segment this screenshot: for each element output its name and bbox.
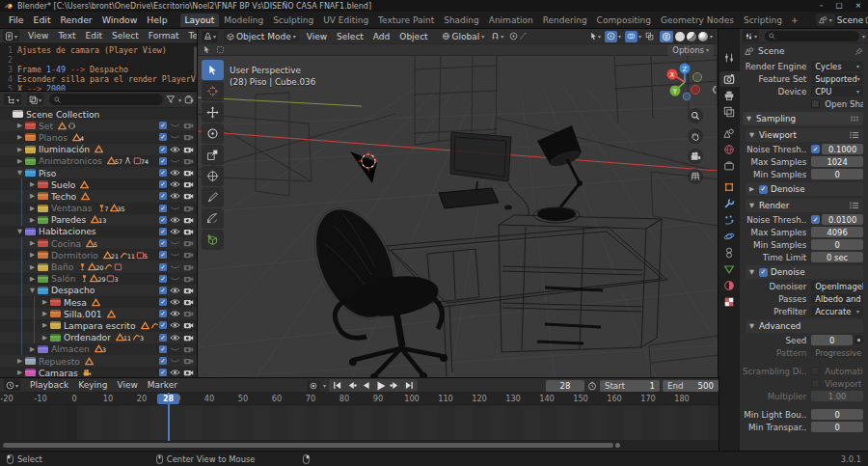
- disclosure-closed-icon[interactable]: ▶: [28, 275, 37, 283]
- camera-view-button[interactable]: [688, 149, 703, 164]
- dropdown[interactable]: Progressive Multi-...▾: [811, 347, 863, 358]
- dropdown[interactable]: Accurate▾: [811, 306, 863, 316]
- outliner-row-planos[interactable]: ▶Planos4✓: [0, 131, 198, 143]
- rotate-tool-button[interactable]: [202, 123, 224, 144]
- disclosure-closed-icon[interactable]: ▶: [28, 239, 37, 247]
- outliner-row-suelo[interactable]: ▶Suelo✓: [0, 178, 198, 190]
- start-frame-field[interactable]: Start1: [600, 380, 660, 392]
- menu-edit[interactable]: Edit: [29, 14, 56, 26]
- workspace-tab-rendering[interactable]: Rendering: [538, 14, 592, 27]
- properties-tab-output[interactable]: [719, 88, 740, 103]
- mode-dropdown[interactable]: Object Mode ▾: [224, 30, 299, 42]
- cursor-tool-button[interactable]: [202, 81, 224, 101]
- outliner-row-repuesto[interactable]: ▶Repuesto✓: [0, 355, 198, 367]
- selectability-filter[interactable]: ▾: [589, 32, 601, 41]
- end-frame-field[interactable]: End500: [663, 380, 719, 392]
- outliner-row-animatronicos[interactable]: ▶Animatronicos5774✓: [0, 155, 198, 167]
- shading-solid-button[interactable]: [675, 32, 685, 41]
- pan-button[interactable]: [688, 128, 703, 144]
- jump-to-end-button[interactable]: [403, 380, 416, 391]
- disclosure-closed-icon[interactable]: ▶: [28, 345, 37, 353]
- disclosure-closed-icon[interactable]: ▶: [15, 357, 24, 365]
- workspace-tab-geometry-nodes[interactable]: Geometry Nodes: [656, 14, 739, 27]
- hide-eye-toggle[interactable]: [170, 239, 180, 247]
- outliner-row-sal-n[interactable]: ▶Salón293✓: [0, 273, 198, 285]
- shading-material-button[interactable]: [687, 32, 696, 41]
- code-area[interactable]: 1Ajustes de camara (Player View)23Frame …: [0, 43, 198, 92]
- exclude-checkbox[interactable]: ✓: [159, 369, 167, 376]
- annotate-tool-button[interactable]: [202, 187, 224, 207]
- exclude-checkbox[interactable]: ✓: [159, 146, 167, 153]
- tool-settings-icon[interactable]: [203, 45, 211, 54]
- outliner-row-dormitorio[interactable]: ▶Dormitorio21115✓: [0, 249, 198, 260]
- exclude-checkbox[interactable]: ✓: [159, 334, 167, 342]
- hide-eye-toggle[interactable]: [170, 192, 180, 200]
- checkbox[interactable]: [811, 367, 820, 375]
- editor-type-properties-button[interactable]: ▾: [743, 30, 759, 41]
- properties-tab-collection[interactable]: [719, 158, 740, 174]
- text-menu-select[interactable]: Select: [107, 30, 144, 41]
- value-field[interactable]: 0.0100: [822, 214, 863, 225]
- exclude-checkbox[interactable]: ✓: [159, 310, 167, 317]
- new-collection-icon[interactable]: [184, 95, 194, 104]
- render-camera-toggle[interactable]: [183, 357, 194, 365]
- text-menu-templates[interactable]: Templates: [184, 30, 199, 41]
- properties-tab-particles[interactable]: [719, 212, 740, 228]
- hide-eye-toggle[interactable]: [170, 287, 180, 294]
- close-button[interactable]: ×: [855, 0, 861, 12]
- filter-icon[interactable]: [166, 95, 176, 104]
- properties-tab-viewlayer[interactable]: [719, 104, 740, 120]
- hide-eye-toggle[interactable]: [170, 133, 180, 141]
- render-camera-toggle[interactable]: [183, 157, 194, 165]
- outliner-row-camaras[interactable]: ▶Camaras✓: [0, 367, 198, 378]
- value-field[interactable]: 0 sec: [811, 252, 863, 262]
- exclude-checkbox[interactable]: ✓: [159, 192, 167, 200]
- render-camera-toggle[interactable]: [183, 169, 194, 177]
- hide-eye-toggle[interactable]: [170, 157, 180, 165]
- render-camera-toggle[interactable]: [183, 228, 194, 235]
- hide-eye-toggle[interactable]: [170, 298, 180, 306]
- outliner-row-despacho[interactable]: ▼Despacho✓: [0, 285, 198, 296]
- snap-toggle[interactable]: ▾: [491, 32, 503, 41]
- checkbox[interactable]: [811, 379, 820, 388]
- timeline-ruler[interactable]: -20-100102030405060708090100110120130140…: [0, 393, 719, 405]
- code-line[interactable]: 5X --> 2000: [2, 84, 198, 92]
- properties-search-input[interactable]: [765, 31, 859, 41]
- viewport-menu-view[interactable]: View: [302, 31, 332, 42]
- outliner-row-cocina[interactable]: ▶Cocina5✓: [0, 237, 198, 249]
- render-camera-toggle[interactable]: [183, 192, 194, 200]
- hide-eye-toggle[interactable]: [170, 263, 180, 271]
- render-camera-toggle[interactable]: [183, 310, 194, 317]
- zoom-button[interactable]: [688, 108, 703, 123]
- exclude-checkbox[interactable]: ✓: [159, 122, 167, 129]
- hide-eye-toggle[interactable]: [170, 169, 180, 177]
- checkbox[interactable]: [811, 99, 820, 108]
- dropdown[interactable]: Albedo and Normal▾: [811, 293, 863, 304]
- jump-to-start-button[interactable]: [331, 380, 343, 391]
- exclude-checkbox[interactable]: ✓: [159, 169, 167, 177]
- outliner-row-ba-o[interactable]: ▶Baño20✓: [0, 260, 198, 272]
- playhead-frame-badge[interactable]: 28: [157, 394, 179, 404]
- checkbox[interactable]: ✓: [811, 145, 820, 153]
- disclosure-closed-icon[interactable]: ▶: [15, 122, 24, 129]
- disclosure-open-icon[interactable]: ▼: [15, 228, 24, 235]
- editor-type-viewport-button[interactable]: ▾: [202, 31, 218, 42]
- orientation-dropdown[interactable]: Global ▾: [442, 32, 485, 41]
- properties-tab-render[interactable]: [719, 71, 740, 87]
- scene-browse-button[interactable]: ▾: [816, 14, 835, 26]
- panel-header-sampling[interactable]: ▼Sampling: [743, 112, 863, 125]
- disclosure-closed-icon[interactable]: ▶: [28, 205, 37, 212]
- gizmo-toggle[interactable]: [605, 31, 617, 42]
- text-menu-format[interactable]: Format: [144, 30, 184, 41]
- exclude-checkbox[interactable]: ✓: [159, 157, 167, 165]
- ortho-toggle-button[interactable]: [688, 169, 703, 184]
- outliner-row-lampara-escritorio[interactable]: ▶Lampara escritorio✓: [0, 319, 198, 331]
- exclude-checkbox[interactable]: ✓: [159, 263, 167, 271]
- measure-tool-button[interactable]: [202, 208, 224, 229]
- hide-eye-toggle[interactable]: [170, 216, 180, 224]
- properties-tab-world[interactable]: [719, 142, 740, 157]
- hide-eye-toggle[interactable]: [170, 205, 180, 212]
- code-line[interactable]: 4Esconder silla para el render PlayerVie…: [2, 74, 198, 84]
- shading-rendered-button[interactable]: [698, 32, 708, 41]
- menu-help[interactable]: Help: [142, 14, 172, 26]
